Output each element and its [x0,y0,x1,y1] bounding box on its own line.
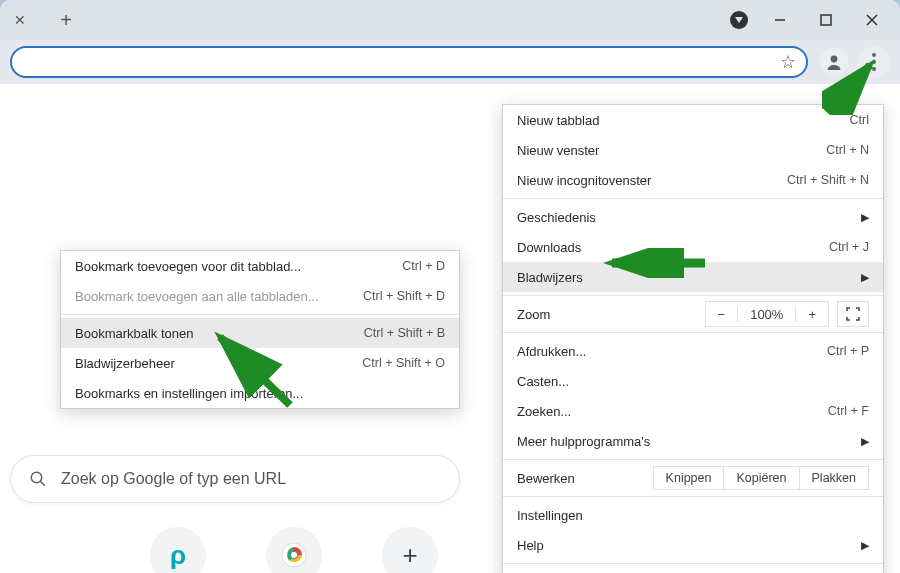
menu-separator [503,563,883,564]
menu-item-new-window[interactable]: Nieuw vensterCtrl + N [503,135,883,165]
zoom-controls: − 100% + [705,301,829,327]
menu-item-bookmarks[interactable]: Bladwijzers▶ [503,262,883,292]
menu-separator [503,295,883,296]
fullscreen-icon [846,307,860,321]
chevron-right-icon: ▶ [861,271,869,284]
svg-rect-1 [821,15,831,25]
maximize-button[interactable] [812,6,840,34]
submenu-item-add-all-bookmarks[interactable]: Bookmark toevoegen aan alle tabbladen...… [61,281,459,311]
minimize-button[interactable] [766,6,794,34]
address-bar[interactable]: ☆ [10,46,808,78]
menu-item-new-tab[interactable]: Nieuw tabbladCtrl [503,105,883,135]
shortcut-row: ρ + [150,527,438,573]
menu-separator [503,496,883,497]
menu-item-history[interactable]: Geschiedenis▶ [503,202,883,232]
main-menu: Nieuw tabbladCtrl Nieuw vensterCtrl + N … [502,104,884,573]
shortcut-tplink[interactable]: ρ [150,527,206,573]
menu-item-zoom: Zoom − 100% + [503,299,883,329]
menu-item-find[interactable]: Zoeken...Ctrl + F [503,396,883,426]
chevron-right-icon: ▶ [861,539,869,552]
menu-item-downloads[interactable]: DownloadsCtrl + J [503,232,883,262]
menu-item-more-tools[interactable]: Meer hulpprogramma's▶ [503,426,883,456]
cut-button[interactable]: Knippen [653,466,725,490]
shortcut-chrome[interactable] [266,527,322,573]
extension-shield-icon[interactable] [730,11,748,29]
menu-separator [503,198,883,199]
zoom-out-button[interactable]: − [706,307,739,322]
search-icon [29,470,47,488]
titlebar: ✕ + [0,0,900,40]
more-menu-button[interactable] [858,46,890,78]
menu-item-settings[interactable]: Instellingen [503,500,883,530]
menu-item-edit: Bewerken Knippen Kopiëren Plakken [503,463,883,493]
svg-line-6 [40,481,45,486]
svg-point-4 [831,56,838,63]
menu-item-help[interactable]: Help▶ [503,530,883,560]
person-icon [825,53,843,71]
bookmarks-submenu: Bookmark toevoegen voor dit tabblad...Ct… [60,250,460,409]
bookmark-star-icon[interactable]: ☆ [780,51,796,73]
chrome-icon [281,542,307,568]
search-placeholder-text: Zoek op Google of typ een URL [61,470,286,488]
zoom-in-button[interactable]: + [796,307,828,322]
menu-separator [61,314,459,315]
new-tab-button[interactable]: + [52,6,80,34]
google-search-box[interactable]: Zoek op Google of typ een URL [10,455,460,503]
menu-separator [503,332,883,333]
menu-item-print[interactable]: Afdrukken...Ctrl + P [503,336,883,366]
tab-strip: ✕ + [0,6,80,34]
menu-item-incognito[interactable]: Nieuw incognitovensterCtrl + Shift + N [503,165,883,195]
window-controls [730,6,900,34]
copy-button[interactable]: Kopiëren [723,466,799,490]
paste-button[interactable]: Plakken [799,466,869,490]
menu-item-exit[interactable]: Sluiten [503,567,883,573]
close-tab-button[interactable]: ✕ [8,8,32,32]
menu-separator [503,459,883,460]
fullscreen-button[interactable] [837,301,869,327]
chevron-right-icon: ▶ [861,435,869,448]
svg-point-5 [31,472,42,483]
menu-item-cast[interactable]: Casten... [503,366,883,396]
shortcut-add[interactable]: + [382,527,438,573]
close-window-button[interactable] [858,6,886,34]
submenu-item-bookmark-manager[interactable]: BladwijzerbeheerCtrl + Shift + O [61,348,459,378]
submenu-item-import[interactable]: Bookmarks en instellingen importeren... [61,378,459,408]
kebab-icon [872,53,876,71]
zoom-level: 100% [738,307,796,322]
submenu-item-add-bookmark[interactable]: Bookmark toevoegen voor dit tabblad...Ct… [61,251,459,281]
submenu-item-show-bookmark-bar[interactable]: Bookmarkbalk tonenCtrl + Shift + B [61,318,459,348]
profile-avatar-button[interactable] [820,48,848,76]
chevron-right-icon: ▶ [861,211,869,224]
svg-point-9 [291,552,297,558]
toolbar: ☆ [0,40,900,84]
